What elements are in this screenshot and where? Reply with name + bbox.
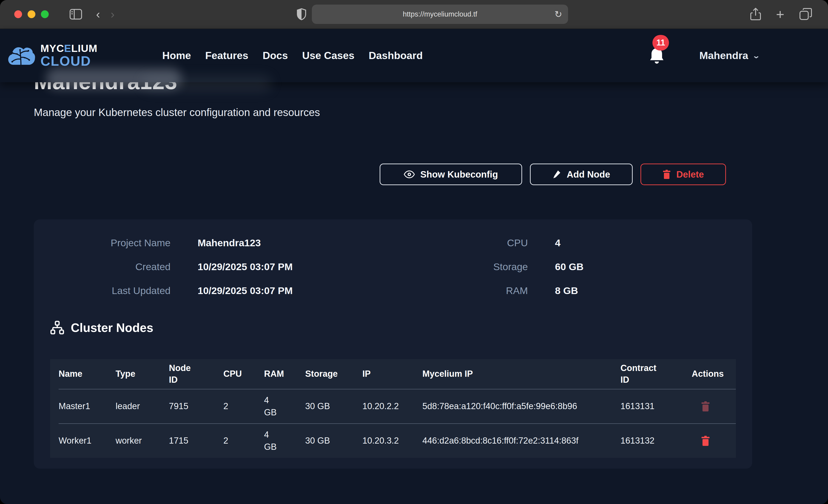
col-contract-id: Contract ID xyxy=(620,362,692,386)
cell-type: worker xyxy=(116,435,169,447)
col-actions: Actions xyxy=(692,368,736,380)
cell-mycelium-ip: 446:d2a6:8bcd:8c16:ff0f:72e2:3114:863f xyxy=(422,435,620,447)
info-row-created: Created 10/29/2025 03:07 PM xyxy=(42,255,293,279)
col-storage: Storage xyxy=(305,368,362,380)
info-row-ram: RAM 8 GB xyxy=(399,279,578,302)
col-node-id: Node ID xyxy=(169,362,223,386)
col-ram: RAM xyxy=(264,368,305,380)
nav-link-dashboard[interactable]: Dashboard xyxy=(369,50,423,61)
cell-cpu: 2 xyxy=(223,400,264,412)
address-bar[interactable]: https://myceliumcloud.tf ↻ xyxy=(312,5,568,24)
zoom-window-button[interactable] xyxy=(41,10,49,18)
cell-mycelium-ip: 5d8:78ea:a120:f40c:ff0f:a5fe:99e6:8b96 xyxy=(422,400,620,412)
privacy-shield-icon[interactable] xyxy=(297,8,306,20)
user-menu[interactable]: Mahendra ⌄ xyxy=(699,50,759,61)
forward-button[interactable]: › xyxy=(111,8,115,20)
cell-type: leader xyxy=(116,400,169,412)
reload-icon[interactable]: ↻ xyxy=(554,9,562,19)
traffic-lights xyxy=(14,10,49,18)
user-name: Mahendra xyxy=(699,50,748,61)
browser-chrome: ‹ › https://myceliumcloud.tf ↻ + xyxy=(0,0,828,29)
info-row-storage: Storage 60 GB xyxy=(399,255,583,279)
nav-link-use-cases[interactable]: Use Cases xyxy=(302,50,355,61)
cluster-nodes-table: Name Type Node ID CPU RAM Storage IP Myc… xyxy=(50,359,736,458)
delete-node-button[interactable] xyxy=(692,401,710,412)
cell-cpu: 2 xyxy=(223,435,264,447)
cell-name: Worker1 xyxy=(58,435,116,447)
col-name: Name xyxy=(58,368,116,380)
site-navbar: MYCELIUM CLOUD Home Features Docs Use Ca… xyxy=(0,29,828,82)
eye-icon xyxy=(404,170,415,178)
cpu-label: CPU xyxy=(399,237,528,249)
storage-label: Storage xyxy=(399,261,528,272)
pencil-icon xyxy=(552,170,561,179)
col-type: Type xyxy=(116,368,169,380)
back-button[interactable]: ‹ xyxy=(96,8,100,20)
add-node-button[interactable]: Add Node xyxy=(530,164,633,185)
cpu-value: 4 xyxy=(555,237,561,249)
cell-ram: 4 GB xyxy=(264,394,305,419)
storage-value: 60 GB xyxy=(555,261,583,272)
table-header-row: Name Type Node ID CPU RAM Storage IP Myc… xyxy=(58,359,736,389)
last-updated-value: 10/29/2025 03:07 PM xyxy=(198,285,293,296)
nav-links: Home Features Docs Use Cases Dashboard xyxy=(162,50,423,61)
nav-link-features[interactable]: Features xyxy=(205,50,248,61)
nav-link-docs[interactable]: Docs xyxy=(263,50,288,61)
info-row-cpu: CPU 4 xyxy=(399,231,561,255)
brand-wordmark: MYCELIUM CLOUD xyxy=(40,43,97,68)
minimize-window-button[interactable] xyxy=(28,10,35,18)
mycelium-cloud-logo-icon xyxy=(7,45,35,67)
tab-overview-icon[interactable] xyxy=(799,8,812,20)
info-row-project-name: Project Name Mahendra123 xyxy=(42,231,261,255)
col-ip: IP xyxy=(362,368,422,380)
col-mycelium-ip: Mycelium IP xyxy=(422,368,620,380)
chevron-down-icon: ⌄ xyxy=(752,52,760,60)
created-value: 10/29/2025 03:07 PM xyxy=(198,261,293,272)
cell-node-id: 7915 xyxy=(169,400,223,412)
show-kubeconfig-button[interactable]: Show Kubeconfig xyxy=(380,164,522,185)
notifications-button[interactable]: 11 xyxy=(649,47,665,64)
table-row: Worker1 worker 1715 2 4 GB 30 GB 10.20.3… xyxy=(58,423,736,458)
notification-badge: 11 xyxy=(653,35,669,50)
project-name-value: Mahendra123 xyxy=(198,237,261,249)
delete-cluster-button[interactable]: Delete xyxy=(640,164,726,185)
cell-contract-id: 1613132 xyxy=(620,435,692,447)
cell-storage: 30 GB xyxy=(305,400,362,412)
page-subtitle: Manage your Kubernetes cluster configura… xyxy=(34,106,320,119)
table-row: Master1 leader 7915 2 4 GB 30 GB 10.20.2… xyxy=(58,389,736,423)
cell-ram: 4 GB xyxy=(264,429,305,453)
col-cpu: CPU xyxy=(223,368,264,380)
url-text: https://myceliumcloud.tf xyxy=(403,10,477,18)
cluster-nodes-heading: Cluster Nodes xyxy=(50,321,153,335)
created-label: Created xyxy=(42,261,170,272)
cell-ip: 10.20.3.2 xyxy=(362,435,422,447)
trash-icon xyxy=(701,401,710,412)
nav-link-home[interactable]: Home xyxy=(162,50,191,61)
cell-ip: 10.20.2.2 xyxy=(362,400,422,412)
cell-contract-id: 1613131 xyxy=(620,400,692,412)
network-nodes-icon xyxy=(50,321,64,335)
info-row-last-updated: Last Updated 10/29/2025 03:07 PM xyxy=(42,279,293,302)
new-tab-icon[interactable]: + xyxy=(776,7,784,22)
close-window-button[interactable] xyxy=(14,10,22,18)
cell-name: Master1 xyxy=(58,400,116,412)
brand-logo[interactable]: MYCELIUM CLOUD xyxy=(7,43,97,68)
ram-label: RAM xyxy=(399,285,528,296)
last-updated-label: Last Updated xyxy=(42,285,170,296)
trash-icon xyxy=(663,170,671,179)
sidebar-toggle-icon[interactable] xyxy=(70,9,82,20)
cluster-details-card: Project Name Mahendra123 Created 10/29/2… xyxy=(34,219,752,469)
ram-value: 8 GB xyxy=(555,285,578,296)
cell-storage: 30 GB xyxy=(305,435,362,447)
share-icon[interactable] xyxy=(750,8,761,21)
project-name-label: Project Name xyxy=(42,237,170,249)
cell-node-id: 1715 xyxy=(169,435,223,447)
browser-window: ‹ › https://myceliumcloud.tf ↻ + xyxy=(0,0,828,504)
delete-node-button[interactable] xyxy=(692,435,710,446)
trash-icon xyxy=(701,435,710,446)
cluster-actions: Show Kubeconfig Add Node Delete xyxy=(380,164,726,185)
